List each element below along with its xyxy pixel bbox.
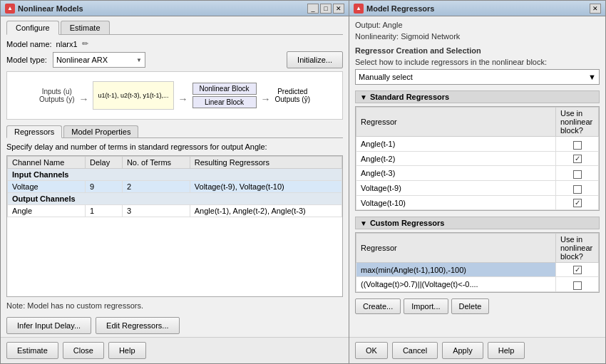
diagram-area: Inputs (u) Outputs (y) → u1(t-1), u2(t-3… [6,71,343,120]
table-row-voltage[interactable]: Voltage 9 2 Voltage(t-9), Voltage(t-10) [8,181,342,193]
custom-checkbox-0[interactable] [573,266,582,274]
infer-input-delay-button[interactable]: Infer Input Delay... [6,317,91,334]
std-row-3[interactable]: Voltage(t-9) [356,181,599,196]
std-row-1[interactable]: Angle(t-2) [356,152,599,166]
std-cb-4[interactable] [556,196,599,210]
delete-button[interactable]: Delete [451,298,490,314]
output-info: Output: Angle [355,21,600,29]
left-window-title: Nonlinear Models [18,4,83,13]
cust-regressor-1: ((Voltage(t)>0.7)||(Voltage(t)<-0.... [356,277,556,292]
right-close-button[interactable]: ✕ [590,4,601,14]
right-titlebar-left: ▲ Model Regressors [354,4,434,14]
diag-inputs: Inputs (u) Outputs (y) [39,88,74,103]
tab-configure[interactable]: Configure [6,21,59,35]
left-titlebar-controls[interactable]: _ □ ✕ [307,4,344,14]
std-cb-2[interactable] [556,166,599,181]
close-button[interactable]: ✕ [333,4,344,14]
initialize-button[interactable]: Initialize... [287,51,343,68]
regressor-table: Channel Name Delay No. of Terms Resultin… [7,156,342,217]
inner-tab-regressors[interactable]: Regressors [6,125,62,138]
custom-collapse-icon: ▼ [360,219,367,227]
custom-regressors-header[interactable]: ▼ Custom Regressors [355,217,600,229]
model-type-value: Nonlinear ARX [56,56,108,64]
edit-icon[interactable]: ✏ [82,39,88,48]
std-regressor-2: Angle(t-3) [356,166,556,181]
cancel-button[interactable]: Cancel [392,342,438,359]
ok-button[interactable]: OK [355,342,388,359]
std-row-2[interactable]: Angle(t-3) [356,166,599,181]
custom-table-area: Regressor Use in nonlinear block? max(mi… [355,232,600,293]
checkbox-1[interactable] [573,155,582,163]
right-matlab-icon: ▲ [354,4,364,14]
diag-outputs-label2: Outputs (ŷ) [275,95,310,103]
cust-row-1[interactable]: ((Voltage(t)>0.7)||(Voltage(t)<-0.... [356,277,599,292]
cust-col-use: Use in nonlinear block? [556,234,599,263]
angle-terms: 3 [122,205,190,217]
voltage-regressors: Voltage(t-9), Voltage(t-10) [190,181,341,193]
angle-channel: Angle [8,205,86,217]
titlebar-left: ▲ Nonlinear Models [5,4,83,14]
import-button[interactable]: Import... [404,298,448,314]
cust-row-0[interactable]: max(min(Angle(t-1),100),-100) [356,263,599,277]
create-button[interactable]: Create... [355,298,401,314]
tab-estimate[interactable]: Estimate [61,21,110,34]
spec-label: Specify delay and number of terms in sta… [6,141,343,152]
apply-button[interactable]: Apply [442,342,483,359]
std-row-4[interactable]: Voltage(t-10) [356,196,599,210]
main-tab-row: Configure Estimate [6,21,343,35]
table-row-angle[interactable]: Angle 1 3 Angle(t-1), Angle(t-2), Angle(… [8,205,342,217]
std-col-regressor: Regressor [356,108,556,137]
regressor-section-title: Regressor Creation and Selection [355,46,600,55]
standard-regressors-header[interactable]: ▼ Standard Regressors [355,90,600,103]
maximize-button[interactable]: □ [320,4,332,14]
right-bottom-buttons: OK Cancel Apply Help [349,337,605,363]
action-buttons-row: Infer Input Delay... Edit Regressors... [1,314,349,337]
cust-cb-1[interactable] [556,277,599,292]
diag-blocks: Nonlinear Block Linear Block [192,83,257,108]
standard-table: Regressor Use in nonlinear block? Angle(… [356,107,599,210]
model-name-row: Model name: nlarx1 ✏ [6,39,343,48]
left-titlebar: ▲ Nonlinear Models _ □ ✕ [1,1,349,16]
help-button-right[interactable]: Help [488,342,525,359]
angle-regressors: Angle(t-1), Angle(t-2), Angle(t-3) [190,205,341,217]
left-panel-content: Configure Estimate Model name: nlarx1 ✏ … [1,16,349,314]
col-terms: No. of Terms [122,157,190,169]
std-cb-0[interactable] [556,137,599,152]
std-regressor-4: Voltage(t-10) [356,196,556,210]
model-type-row: Model type: Nonlinear ARX ▼ Initialize..… [6,51,343,68]
standard-regressors-title: Standard Regressors [370,93,449,101]
help-button-left[interactable]: Help [108,342,146,359]
close-button-left[interactable]: Close [63,342,104,359]
std-cb-1[interactable] [556,152,599,166]
edit-regressors-button[interactable]: Edit Regressors... [96,317,179,334]
col-regressors: Resulting Regressors [190,157,341,169]
diag-arrow-1: → [78,93,88,105]
cust-cb-0[interactable] [556,263,599,277]
model-type-select[interactable]: Nonlinear ARX ▼ [53,52,145,68]
diag-arrow-3: → [261,93,271,105]
checkbox-2[interactable] [573,170,582,179]
note-text: Note: Model has no custom regressors. [6,301,343,310]
custom-checkbox-1[interactable] [573,281,582,290]
inner-tab-model-properties[interactable]: Model Properties [63,125,138,137]
std-row-0[interactable]: Angle(t-1) [356,137,599,152]
checkbox-4[interactable] [573,199,582,207]
checkbox-0[interactable] [573,141,582,150]
std-regressor-3: Voltage(t-9) [356,181,556,196]
right-content: Output: Angle Nonlinearity: Sigmoid Netw… [349,16,605,337]
standard-table-area: Regressor Use in nonlinear block? Angle(… [355,106,600,211]
input-channels-header: Input Channels [8,169,342,181]
right-titlebar-controls[interactable]: ✕ [590,4,601,14]
angle-delay: 1 [86,205,123,217]
estimate-button[interactable]: Estimate [6,342,58,359]
cust-col-regressor: Regressor [356,234,556,263]
select-arrow-icon: ▼ [136,57,142,63]
std-cb-3[interactable] [556,181,599,196]
checkbox-3[interactable] [573,185,582,194]
minimize-button[interactable]: _ [307,4,319,14]
model-name-label: Model name: [6,40,52,48]
select-dropdown[interactable]: Manually select ▼ [355,69,600,85]
diag-inputs-label: Inputs (u) [42,88,72,95]
dropdown-arrow-icon: ▼ [588,73,596,81]
diag-regressors-text: u1(t-1), u2(t-3), y1(t-1),... [98,92,168,99]
